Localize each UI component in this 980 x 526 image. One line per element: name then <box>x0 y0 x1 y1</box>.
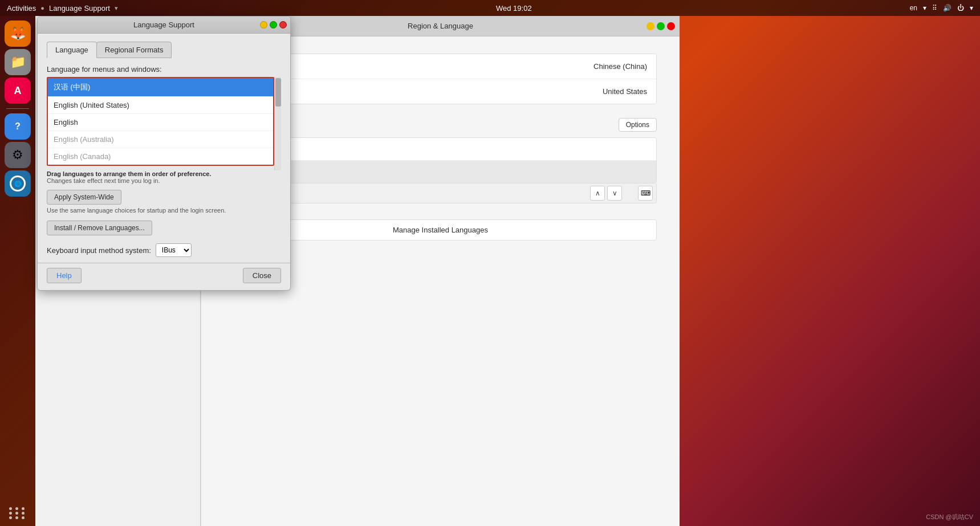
lang-section-label: Language for menus and windows: <box>47 65 281 74</box>
keyboard-label: Keyboard input method system: <box>47 246 151 255</box>
lang-dialog-minimize-button[interactable] <box>260 21 267 28</box>
scrollbar-track[interactable] <box>274 77 281 170</box>
keyboard-row: Keyboard input method system: IBus None … <box>47 243 281 257</box>
lang-dialog-close-button[interactable] <box>279 21 287 28</box>
clock: Wed 19:02 <box>496 4 532 13</box>
lang-tabs: Language Regional Formats <box>47 42 281 58</box>
lang-item-english[interactable]: English <box>48 114 273 131</box>
app-name-label: Language Support <box>49 4 110 13</box>
language-support-dialog: Language Support Language Regional Forma… <box>37 16 291 291</box>
region-maximize-button[interactable] <box>657 22 665 30</box>
activities-button[interactable]: Activities <box>7 4 36 13</box>
keyboard-layout-button[interactable]: ⌨ <box>638 186 653 201</box>
dock-files[interactable]: 📁 <box>5 49 31 75</box>
scrollbar-thumb[interactable] <box>275 78 281 107</box>
region-panel-title: Region & Language <box>408 22 473 30</box>
lang-item-english-us[interactable]: English (United States) <box>48 97 273 114</box>
volume-icon[interactable]: 🔊 <box>943 4 951 12</box>
dock-help[interactable]: ? <box>5 113 31 140</box>
topbar-left: Activities ● Language Support ▾ <box>7 4 118 13</box>
drag-hint: Drag languages to arrange them in order … <box>47 170 281 177</box>
lang-arrow: ▾ <box>923 4 926 12</box>
power-icon[interactable]: ⏻ <box>957 4 964 12</box>
network-indicator-icon: ⠿ <box>932 4 937 12</box>
apply-section: Apply System-Wide Use the same language … <box>47 190 281 214</box>
dock-settings[interactable]: ⚙ <box>5 142 31 168</box>
lang-indicator[interactable]: en <box>910 4 917 12</box>
lang-list: 汉语 (中国) English (United States) English … <box>47 77 274 166</box>
dock: 🦊 📁 A ? ⚙ 🌐 <box>0 16 35 526</box>
watermark: CSDN @叽咕CV <box>926 513 973 521</box>
tab-regional-formats[interactable]: Regional Formats <box>96 42 172 58</box>
move-up-button[interactable]: ∧ <box>590 186 605 201</box>
help-button[interactable]: Help <box>47 268 82 283</box>
install-remove-button[interactable]: Install / Remove Languages... <box>47 221 152 235</box>
region-titlebar-controls <box>646 22 675 30</box>
lang-item-english-ca[interactable]: English (Canada) <box>48 148 273 165</box>
options-button[interactable]: Options <box>619 118 657 132</box>
move-down-button[interactable]: ∨ <box>607 186 622 201</box>
topbar: Activities ● Language Support ▾ Wed 19:0… <box>0 0 980 16</box>
region-minimize-button[interactable] <box>646 22 654 30</box>
formats-value: United States <box>325 87 647 96</box>
close-button[interactable]: Close <box>243 268 281 283</box>
power-arrow: ▾ <box>970 4 973 12</box>
changes-hint: Changes take effect next time you log in… <box>47 177 281 184</box>
lang-dialog-titlebar: Language Support <box>38 17 290 34</box>
topbar-right: en ▾ ⠿ 🔊 ⏻ ▾ <box>910 4 973 12</box>
dock-separator <box>6 108 29 109</box>
language-value: Chinese (China) <box>325 62 647 71</box>
apply-system-wide-button[interactable]: Apply System-Wide <box>47 190 121 205</box>
lang-item-chinese[interactable]: 汉语 (中国) <box>48 78 273 97</box>
lang-dialog-controls <box>260 21 287 28</box>
tab-language[interactable]: Language <box>47 42 97 58</box>
lang-list-wrapper: 汉语 (中国) English (United States) English … <box>47 77 281 170</box>
lang-dialog-maximize-button[interactable] <box>270 21 277 28</box>
dock-firefox[interactable]: 🦊 <box>5 21 31 47</box>
dock-network[interactable]: 🌐 <box>5 170 31 197</box>
region-close-button[interactable] <box>667 22 675 30</box>
lang-dialog-footer: Help Close <box>38 263 290 290</box>
dock-software[interactable]: A <box>5 78 31 104</box>
lang-dialog-title: Language Support <box>133 21 194 29</box>
apply-hint: Use the same language choices for startu… <box>47 207 281 214</box>
lang-item-english-au[interactable]: English (Australia) <box>48 131 273 148</box>
dock-grid[interactable] <box>9 507 26 519</box>
keyboard-input-method-select[interactable]: IBus None fcitx <box>156 243 192 257</box>
lang-dialog-content: Language Regional Formats Language for m… <box>38 34 290 263</box>
